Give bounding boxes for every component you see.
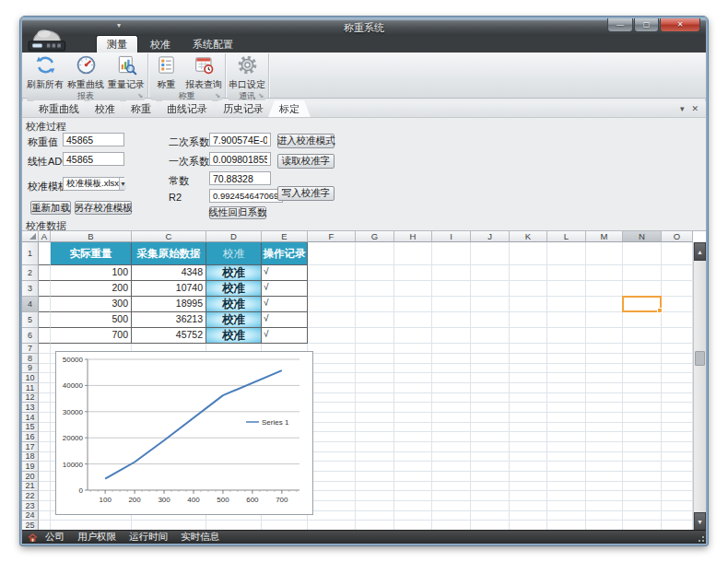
grid-cell-L22[interactable]	[547, 491, 586, 501]
grid-cell-G14[interactable]	[356, 413, 394, 423]
grid-cell-K5[interactable]	[510, 312, 547, 328]
grid-cell-F6[interactable]	[308, 328, 356, 344]
doc-tab-称重曲线[interactable]: 称重曲线	[28, 100, 90, 117]
grid-cell-L6[interactable]	[547, 328, 586, 344]
grid-cell-A14[interactable]	[39, 413, 51, 423]
grid-cell-F23[interactable]	[308, 501, 356, 511]
grid-cell-J24[interactable]	[471, 511, 510, 521]
grid-cell-L19[interactable]	[547, 462, 586, 472]
grid-cell-G13[interactable]	[356, 403, 394, 413]
grid-cell-H16[interactable]	[394, 432, 432, 442]
grid-cell-K14[interactable]	[510, 413, 547, 423]
grid-cell-F19[interactable]	[308, 462, 356, 472]
grid-cell-J12[interactable]	[471, 393, 510, 404]
grid-cell-H24[interactable]	[394, 511, 432, 521]
grid-cell-N7[interactable]	[623, 344, 662, 354]
grid-cell-M25[interactable]	[586, 521, 623, 530]
grid-cell-A12[interactable]	[39, 393, 51, 404]
grid-cell-K25[interactable]	[510, 521, 547, 530]
grid-cell-C25[interactable]	[132, 521, 206, 530]
grid-cell-H12[interactable]	[394, 393, 432, 404]
grid-cell-N24[interactable]	[623, 511, 662, 521]
grid-cell-E3[interactable]: √	[262, 281, 308, 297]
grid-cell-M18[interactable]	[586, 452, 623, 462]
row-header-22[interactable]: 22	[22, 491, 39, 501]
grid-cell-C4[interactable]: 18995	[132, 297, 206, 312]
grid-cell-F2[interactable]	[308, 265, 356, 281]
grid-cell-A20[interactable]	[39, 472, 51, 482]
grid-cell-M14[interactable]	[586, 413, 623, 423]
save-template-button[interactable]: 另存校准模板	[75, 201, 132, 215]
selected-cell-outline[interactable]	[622, 296, 662, 312]
constant-input[interactable]	[209, 171, 271, 185]
grid-cell-H1[interactable]	[394, 242, 432, 265]
close-button[interactable]: ✕	[660, 18, 700, 32]
grid-cell-N14[interactable]	[623, 413, 662, 423]
doc-tab-标定[interactable]: 标定	[268, 100, 311, 117]
grid-cell-M5[interactable]	[586, 312, 623, 328]
grid-cell-M8[interactable]	[586, 354, 623, 364]
grid-cell-H8[interactable]	[394, 354, 432, 364]
row-header-2[interactable]: 2	[22, 265, 39, 281]
grid-cell-I1[interactable]	[432, 242, 471, 265]
grid-cell-J25[interactable]	[471, 521, 510, 530]
grid-cell-I21[interactable]	[432, 482, 471, 492]
grid-cell-N17[interactable]	[623, 442, 662, 452]
grid-cell-J5[interactable]	[471, 312, 510, 328]
grid-cell-O25[interactable]	[662, 521, 693, 530]
grid-cell-H15[interactable]	[394, 423, 432, 433]
grid-cell-M21[interactable]	[586, 482, 623, 492]
grid-cell-H5[interactable]	[394, 312, 432, 328]
grid-cell-J8[interactable]	[471, 354, 510, 364]
row-header-16[interactable]: 16	[22, 432, 39, 442]
grid-cell-E4[interactable]: √	[262, 297, 308, 312]
grid-cell-L25[interactable]	[547, 521, 586, 530]
grid-cell-M22[interactable]	[586, 491, 623, 501]
grid-cell-O19[interactable]	[662, 462, 693, 472]
column-header-J[interactable]: J	[471, 231, 510, 242]
grid-cell-K16[interactable]	[510, 432, 547, 442]
grid-cell-A19[interactable]	[39, 462, 51, 472]
grid-cell-F14[interactable]	[308, 413, 356, 423]
grid-cell-A11[interactable]	[39, 383, 51, 393]
row-header-19[interactable]: 19	[22, 462, 39, 472]
grid-cell-K3[interactable]	[510, 281, 547, 297]
grid-cell-K11[interactable]	[510, 383, 547, 393]
grid-cell-I11[interactable]	[432, 383, 471, 393]
row-header-18[interactable]: 18	[22, 452, 39, 462]
grid-cell-N18[interactable]	[623, 452, 662, 462]
grid-cell-H22[interactable]	[394, 491, 432, 501]
grid-cell-I17[interactable]	[432, 442, 471, 452]
grid-cell-O18[interactable]	[662, 452, 693, 462]
grid-cell-G23[interactable]	[356, 501, 394, 511]
grid-cell-F1[interactable]	[308, 242, 356, 265]
grid-cell-K6[interactable]	[510, 328, 547, 344]
grid-cell-M13[interactable]	[586, 403, 623, 413]
grid-cell-M17[interactable]	[586, 442, 623, 452]
grid-cell-F4[interactable]	[308, 297, 356, 312]
column-header-F[interactable]: F	[308, 231, 356, 242]
column-header-B[interactable]: B	[51, 231, 132, 242]
grid-cell-E2[interactable]: √	[262, 265, 308, 281]
grid-cell-K24[interactable]	[510, 511, 547, 521]
grid-cell-M20[interactable]	[586, 472, 623, 482]
grid-cell-G21[interactable]	[356, 482, 394, 492]
grid-cell-H7[interactable]	[394, 344, 432, 354]
grid-cell-M1[interactable]	[586, 242, 623, 265]
grid-cell-G5[interactable]	[356, 312, 394, 328]
grid-cell-N3[interactable]	[623, 281, 662, 297]
row-header-5[interactable]: 5	[22, 312, 39, 328]
grid-cell-O16[interactable]	[662, 432, 693, 442]
grid-cell-B6[interactable]: 700	[51, 328, 132, 344]
grid-cell-N25[interactable]	[623, 521, 662, 530]
grid-cell-L23[interactable]	[547, 501, 586, 511]
grid-cell-I5[interactable]	[432, 312, 471, 328]
grid-cell-J3[interactable]	[471, 281, 510, 297]
grid-cell-K10[interactable]	[510, 373, 547, 383]
grid-cell-I3[interactable]	[432, 281, 471, 297]
grid-cell-K13[interactable]	[510, 403, 547, 413]
grid-cell-H9[interactable]	[394, 364, 432, 374]
tabstrip-close-icon[interactable]: ✕	[691, 104, 699, 113]
calibration-chart[interactable]: 0100002000030000400005000010020030040050…	[55, 351, 313, 515]
grid-cell-M11[interactable]	[586, 383, 623, 393]
